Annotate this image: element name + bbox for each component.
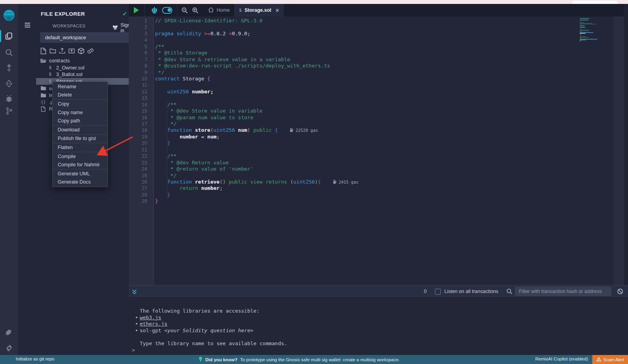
workspaces-label: WORKSPACES xyxy=(53,24,86,28)
tab-home[interactable]: Home xyxy=(203,4,234,16)
browser-top-strip xyxy=(0,0,628,4)
editor-minimap[interactable] xyxy=(580,18,604,46)
status-bar: Initialize as git repo Did you know? To … xyxy=(0,355,628,364)
signin-button[interactable]: Sign in xyxy=(112,22,130,33)
init-git-repo-button[interactable]: Initialize as git repo xyxy=(16,357,54,361)
did-you-know-tip: Did you know? To prototype using the Gno… xyxy=(199,357,400,363)
browser-top-blob xyxy=(572,1,618,4)
code-line-27: return number; xyxy=(155,185,613,191)
lightbulb-icon xyxy=(199,357,203,363)
icon-sidebar xyxy=(0,4,18,355)
transaction-count: 0 xyxy=(424,289,427,294)
menu-item-rename[interactable]: Rename xyxy=(53,82,108,91)
terminal-output[interactable]: The following libraries are accessible:•… xyxy=(129,298,628,355)
git-icon[interactable] xyxy=(0,104,18,118)
placeholder-hint: <your Solidity question here> xyxy=(164,328,254,333)
transaction-filter-input[interactable] xyxy=(515,287,612,296)
menu-item-generate-uml[interactable]: Generate UML xyxy=(53,169,108,178)
code-line-4 xyxy=(155,37,613,43)
scam-alert-button[interactable]: Scam Alert xyxy=(592,355,628,364)
line-number: 14 xyxy=(129,102,153,108)
code-line-17: */ xyxy=(155,121,613,127)
minimap-line xyxy=(580,29,582,30)
zoom-out-icon[interactable] xyxy=(181,7,188,14)
clear-console-icon[interactable] xyxy=(617,288,623,296)
copilot-status[interactable]: RemixAI Copilot (enabled) xyxy=(535,357,588,361)
file-icon xyxy=(40,106,46,112)
editor-tab-bar: Home S Storage.sol ✕ xyxy=(129,4,628,16)
upload-file-icon[interactable] xyxy=(59,47,66,55)
code-line-20: } xyxy=(155,140,613,146)
code-line-13 xyxy=(155,95,613,101)
tree-item-label: 2_Owner.sol xyxy=(56,65,84,71)
line-number: 4 xyxy=(129,37,153,43)
code-line-26: function retrieve() public view returns … xyxy=(155,179,613,185)
minimap-line xyxy=(580,25,585,26)
terminal-header: 0 Listen on all transactions xyxy=(129,285,628,298)
menu-item-delete[interactable]: Delete xyxy=(53,91,108,100)
copilot-toggle[interactable] xyxy=(162,7,172,14)
folder-icon xyxy=(40,86,46,91)
line-number: 3 xyxy=(129,31,153,37)
code-editor[interactable]: // SPDX-License-Identifier: GPL-3.0pragm… xyxy=(154,16,613,285)
menu-item-copy-path[interactable]: Copy path xyxy=(53,116,108,125)
code-line-6: * @title Storage xyxy=(155,50,613,56)
line-number: 11 xyxy=(129,82,153,88)
line-number: 6 xyxy=(129,50,153,56)
code-line-19: number = num; xyxy=(155,134,613,140)
new-file-icon[interactable] xyxy=(40,47,47,55)
upload-folder-icon[interactable] xyxy=(68,47,75,55)
code-line-3: pragma solidity >=0.8.2 <0.9.0; xyxy=(155,31,613,37)
code-line-18: function store(uint256 num) public {2252… xyxy=(155,127,613,133)
divider xyxy=(144,4,144,16)
solidity-compiler-icon[interactable] xyxy=(0,61,18,75)
line-number: 16 xyxy=(129,115,153,121)
zoom-in-icon[interactable] xyxy=(192,7,199,14)
load-box-icon[interactable] xyxy=(78,47,84,55)
close-tab-icon[interactable]: ✕ xyxy=(275,7,279,13)
workspace-select[interactable]: default_workspace xyxy=(40,32,138,43)
file-explorer-icon[interactable] xyxy=(0,29,18,43)
terminal-search-icon[interactable] xyxy=(506,288,513,296)
plugin-manager-icon[interactable] xyxy=(0,326,18,339)
terminal-prompt[interactable]: > xyxy=(129,347,628,354)
code-line-24: * @return value of 'number' xyxy=(155,166,613,172)
tree-item-label: 3_Ballot.sol xyxy=(56,71,82,77)
menu-item-generate-docs[interactable]: Generate Docs xyxy=(53,178,108,187)
terminal-collapse-icon[interactable] xyxy=(132,289,137,296)
minimap-line xyxy=(580,30,590,31)
link-icon[interactable] xyxy=(87,47,94,55)
line-number: 26 xyxy=(129,179,153,185)
library-link[interactable]: web3.js xyxy=(140,315,161,320)
terminal-library-link-line: •web3.js xyxy=(129,315,628,321)
code-line-12: uint256 number; xyxy=(155,89,613,95)
run-script-button[interactable] xyxy=(134,7,139,13)
copilot-robot-icon[interactable] xyxy=(151,7,158,14)
workspaces-menu-icon[interactable] xyxy=(24,22,31,29)
search-icon[interactable] xyxy=(0,46,18,59)
code-line-7: * @dev Store & retrieve value in a varia… xyxy=(155,56,613,63)
tab-storage-sol[interactable]: S Storage.sol ✕ xyxy=(235,4,284,16)
minimap-line xyxy=(580,36,582,36)
debugger-icon[interactable] xyxy=(0,92,18,105)
minimap-line xyxy=(580,41,580,42)
code-line-8: * @custom:dev-run-script ./scripts/deplo… xyxy=(155,63,613,69)
minimap-line xyxy=(580,20,588,20)
remix-logo-icon xyxy=(0,9,18,22)
solidity-file-icon: S xyxy=(239,8,242,13)
line-number: 27 xyxy=(129,185,153,191)
settings-icon[interactable] xyxy=(0,341,18,355)
line-number: 25 xyxy=(129,173,153,179)
new-folder-icon[interactable] xyxy=(49,47,56,55)
menu-item-copy[interactable]: Copy xyxy=(53,99,108,108)
menu-item-copy-name[interactable]: Copy name xyxy=(53,108,108,117)
listen-checkbox[interactable] xyxy=(435,289,441,295)
terminal-line: Type the library name to see available c… xyxy=(129,340,628,347)
editor-scrollbar-track[interactable] xyxy=(613,16,624,285)
library-link[interactable]: ethers.js xyxy=(140,321,167,327)
gas-estimate: 22520 gas xyxy=(290,128,318,133)
line-number: 28 xyxy=(129,192,153,198)
code-line-15: * @dev Store value in variable xyxy=(155,108,613,114)
line-number: 17 xyxy=(129,121,153,127)
deploy-run-icon[interactable] xyxy=(0,77,18,90)
